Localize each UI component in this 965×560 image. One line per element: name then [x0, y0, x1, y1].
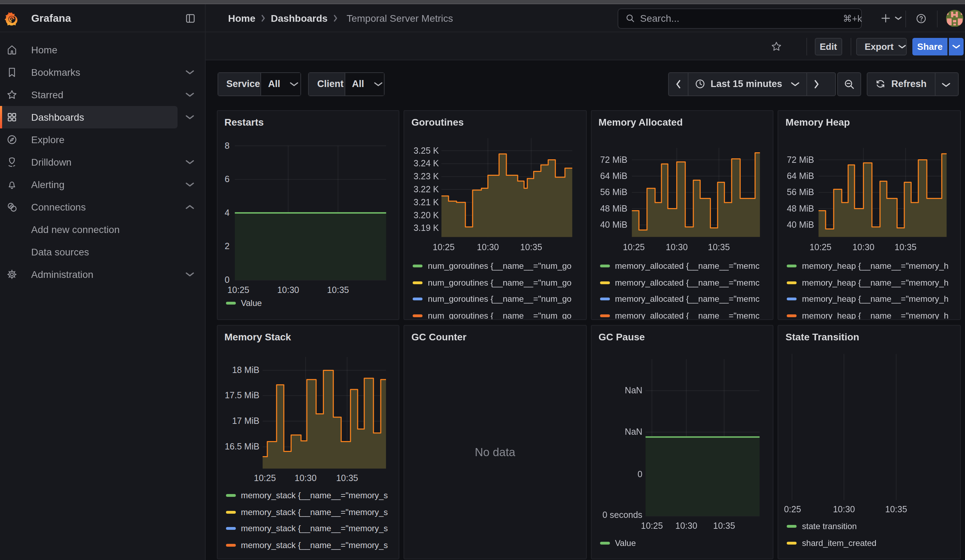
svg-text:3.24 K: 3.24 K — [414, 158, 439, 168]
svg-text:10:25: 10:25 — [254, 473, 276, 483]
svg-text:17 MiB: 17 MiB — [232, 416, 259, 426]
svg-text:3.25 K: 3.25 K — [414, 145, 439, 155]
svg-text:10:25: 10:25 — [810, 242, 832, 252]
svg-text:10:35: 10:35 — [713, 521, 735, 531]
svg-text:3.23 K: 3.23 K — [414, 171, 439, 181]
svg-text:56 MiB: 56 MiB — [787, 188, 815, 197]
svg-text:3.20 K: 3.20 K — [414, 210, 439, 220]
svg-text:18 MiB: 18 MiB — [232, 365, 259, 375]
svg-text:10:25: 10:25 — [227, 285, 249, 295]
svg-text:10:35: 10:35 — [708, 242, 730, 252]
svg-text:4: 4 — [224, 208, 229, 217]
svg-text:0: 0 — [224, 275, 229, 285]
svg-text:10:25: 10:25 — [433, 242, 455, 252]
svg-text:40 MiB: 40 MiB — [787, 220, 815, 230]
svg-text:3.21 K: 3.21 K — [414, 197, 439, 207]
svg-text:0:25: 0:25 — [784, 504, 801, 514]
svg-text:10:35: 10:35 — [885, 504, 908, 514]
svg-text:0 seconds: 0 seconds — [602, 510, 642, 520]
svg-text:NaN: NaN — [625, 385, 642, 395]
svg-text:10:30: 10:30 — [853, 242, 875, 252]
svg-text:10:30: 10:30 — [833, 504, 855, 514]
svg-text:17.5 MiB: 17.5 MiB — [224, 390, 259, 400]
svg-text:0: 0 — [637, 469, 642, 479]
svg-text:10:35: 10:35 — [327, 285, 349, 295]
svg-text:10:35: 10:35 — [336, 473, 358, 483]
svg-text:10:25: 10:25 — [623, 242, 644, 252]
svg-text:10:30: 10:30 — [675, 521, 697, 531]
svg-text:72 MiB: 72 MiB — [600, 155, 627, 165]
svg-text:10:30: 10:30 — [277, 285, 299, 295]
svg-text:10:30: 10:30 — [294, 473, 317, 483]
svg-text:64 MiB: 64 MiB — [600, 171, 627, 181]
svg-text:10:30: 10:30 — [666, 242, 688, 252]
svg-text:48 MiB: 48 MiB — [787, 204, 815, 213]
svg-text:6: 6 — [224, 175, 229, 184]
svg-text:3.19 K: 3.19 K — [414, 223, 439, 233]
svg-text:48 MiB: 48 MiB — [600, 204, 627, 213]
svg-text:72 MiB: 72 MiB — [787, 155, 815, 165]
svg-text:64 MiB: 64 MiB — [787, 171, 815, 181]
svg-text:10:35: 10:35 — [520, 242, 543, 252]
svg-text:2: 2 — [224, 242, 229, 251]
svg-text:16.5 MiB: 16.5 MiB — [224, 442, 259, 452]
svg-text:NaN: NaN — [625, 427, 642, 437]
svg-text:8: 8 — [224, 141, 229, 150]
svg-text:3.22 K: 3.22 K — [414, 184, 439, 194]
svg-text:10:25: 10:25 — [641, 521, 663, 531]
svg-text:40 MiB: 40 MiB — [600, 220, 627, 230]
svg-text:56 MiB: 56 MiB — [600, 188, 627, 197]
svg-text:10:35: 10:35 — [895, 242, 917, 252]
svg-text:10:30: 10:30 — [477, 242, 499, 252]
